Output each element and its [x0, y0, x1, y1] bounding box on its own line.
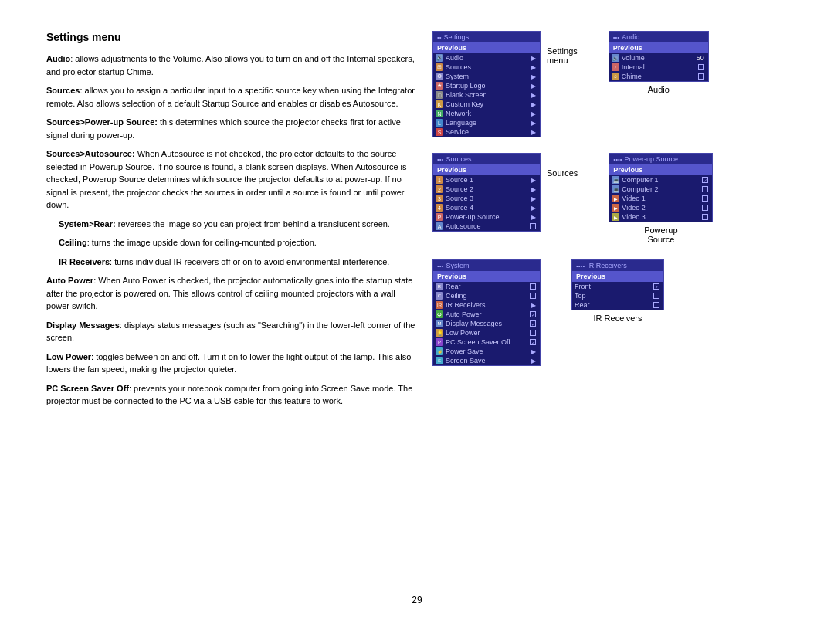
audio-item-chime[interactable]: ♫ Chime	[609, 72, 708, 81]
system-item-powersave[interactable]: ⚡ Power Save ▶	[433, 347, 540, 356]
settings-item-network[interactable]: N Network ▶	[433, 109, 540, 118]
settings-item-sources[interactable]: ⊞ Sources ▶	[433, 63, 540, 72]
system-menu-title: System	[446, 262, 469, 269]
sources-title-bar: ••• Sources	[433, 154, 540, 164]
sources-icon: ⊞	[436, 63, 443, 71]
system-item-ir[interactable]: IR IR Receivers ▶	[433, 300, 540, 310]
internal-checkbox[interactable]	[698, 64, 704, 70]
source3-icon: 3	[436, 195, 443, 202]
audio-paragraph: Audio: allows adjustments to the Volume.…	[46, 53, 417, 78]
computer2-checkbox[interactable]	[702, 186, 708, 192]
pc-screen-saver-bold: PC Screen Saver Off	[46, 384, 129, 393]
system-item-autopower[interactable]: ⏻ Auto Power	[433, 310, 540, 319]
powerup-previous[interactable]: Previous	[609, 164, 712, 175]
sources-item-1[interactable]: 1 Source 1 ▶	[433, 175, 540, 185]
system-rear-bold: System>Rear:	[59, 219, 116, 229]
settings-title: Settings	[444, 33, 470, 41]
powerup-source-section: •••• Power-up Source Previous 💻 Computer…	[609, 153, 713, 244]
sources-menu-section: ••• Sources Previous 1 Source 1 ▶	[432, 153, 578, 232]
settings-item-language[interactable]: L Language ▶	[433, 118, 540, 127]
auto-power-paragraph: Auto Power: When Auto Power is checked, …	[46, 274, 417, 313]
video3-checkbox[interactable]	[702, 214, 708, 220]
settings-item-startup-logo[interactable]: ★ Startup Logo ▶	[433, 81, 540, 90]
powerup-source-label: PowerupSource	[609, 225, 713, 244]
video2-icon: ▶	[612, 204, 619, 212]
sources-item-3[interactable]: 3 Source 3 ▶	[433, 194, 540, 203]
front-checkbox[interactable]	[653, 283, 659, 290]
sources-menu-title: Sources	[446, 155, 471, 163]
powerup-item-computer1[interactable]: 💻 Computer 1	[609, 175, 712, 185]
settings-item-system[interactable]: ⚙ System ▶	[433, 72, 540, 81]
system-item-display-msgs[interactable]: M Display Messages	[433, 319, 540, 328]
system-item-ceiling[interactable]: C Ceiling	[433, 291, 540, 300]
autopower-icon: ⏻	[436, 310, 443, 318]
ir-menu-box: •••• IR Receivers Previous Front	[571, 259, 664, 310]
pcsaver-icon: P	[436, 338, 443, 346]
low-power-checkbox[interactable]	[530, 330, 536, 336]
ir-icon: IR	[436, 301, 443, 309]
service-icon: S	[436, 128, 443, 136]
rear-icon: R	[436, 283, 443, 290]
audio-item-volume[interactable]: 🔊 Volume 50	[609, 53, 708, 63]
system-item-screensave[interactable]: S Screen Save ▶	[433, 356, 540, 365]
settings-title-bar: •• Settings	[433, 32, 540, 42]
low-power-icon: 💡	[436, 329, 443, 337]
settings-item-service[interactable]: S Service ▶	[433, 127, 540, 137]
audio-label: Audio	[609, 85, 709, 94]
powerup-item-video2[interactable]: ▶ Video 2	[609, 203, 712, 212]
ir-menu-title: IR Receivers	[587, 262, 627, 269]
settings-item-blank-screen[interactable]: □ Blank Screen ▶	[433, 90, 540, 100]
system-item-rear[interactable]: R Rear	[433, 282, 540, 291]
ceiling-checkbox[interactable]	[530, 293, 536, 299]
autopower-checkbox[interactable]	[530, 311, 536, 317]
ir-item-front[interactable]: Front	[572, 282, 663, 291]
source2-icon: 2	[436, 185, 443, 193]
source4-icon: 4	[436, 204, 443, 212]
pcsaver-checkbox[interactable]	[530, 339, 536, 345]
top-checkbox[interactable]	[653, 293, 659, 299]
sources-previous[interactable]: Previous	[433, 164, 540, 175]
rear-ir-checkbox[interactable]	[653, 302, 659, 308]
auto-power-bold: Auto Power	[46, 276, 93, 285]
computer1-icon: 💻	[612, 176, 619, 184]
system-previous[interactable]: Previous	[433, 271, 540, 282]
display-msgs-checkbox[interactable]	[530, 320, 536, 327]
powerup-item-video3[interactable]: ▶ Video 3	[609, 212, 712, 222]
ceiling-paragraph: Ceiling: turns the image upside down for…	[46, 236, 417, 249]
sources-label: Sources	[547, 153, 578, 178]
powerup-item-video1[interactable]: ▶ Video 1	[609, 194, 712, 203]
system-item-pcsaver[interactable]: P PC Screen Saver Off	[433, 337, 540, 347]
system-title-bar: ••• System	[433, 260, 540, 271]
language-icon: L	[436, 119, 443, 127]
sources-item-autosource[interactable]: A Autosource	[433, 222, 540, 231]
ceiling-bold: Ceiling	[59, 238, 87, 247]
ir-item-rear[interactable]: Rear	[572, 300, 663, 310]
blank-screen-icon: □	[436, 91, 443, 99]
video2-checkbox[interactable]	[702, 205, 708, 211]
computer1-checkbox[interactable]	[702, 177, 708, 183]
video1-checkbox[interactable]	[702, 195, 708, 202]
audio-menu-title: Audio	[622, 33, 639, 41]
network-icon: N	[436, 110, 443, 117]
sources-item-powerup[interactable]: P Power-up Source ▶	[433, 212, 540, 222]
settings-item-custom-key[interactable]: K Custom Key ▶	[433, 100, 540, 109]
chime-checkbox[interactable]	[698, 73, 704, 80]
rear-checkbox[interactable]	[530, 283, 536, 290]
ir-item-top[interactable]: Top	[572, 291, 663, 300]
sources-text: : allows you to assign a particular inpu…	[46, 86, 415, 108]
settings-item-audio[interactable]: 🔊 Audio ▶	[433, 53, 540, 63]
page-number: 29	[46, 595, 788, 613]
powerup-item-computer2[interactable]: 💻 Computer 2	[609, 185, 712, 194]
sources-item-4[interactable]: 4 Source 4 ▶	[433, 203, 540, 212]
audio-item-internal[interactable]: ♪ Internal	[609, 63, 708, 72]
volume-icon: 🔊	[612, 54, 619, 62]
settings-previous[interactable]: Previous	[433, 42, 540, 53]
content-area: Settings menu Audio: allows adjustments …	[46, 31, 788, 587]
autosource-checkbox[interactable]	[530, 223, 536, 229]
sources-item-2[interactable]: 2 Source 2 ▶	[433, 185, 540, 194]
display-messages-paragraph: Display Messages: displays status messag…	[46, 319, 417, 344]
system-item-low-power[interactable]: 💡 Low Power	[433, 328, 540, 337]
ir-previous[interactable]: Previous	[572, 271, 663, 282]
sources-menu-box: ••• Sources Previous 1 Source 1 ▶	[432, 153, 541, 232]
audio-previous[interactable]: Previous	[609, 42, 708, 53]
